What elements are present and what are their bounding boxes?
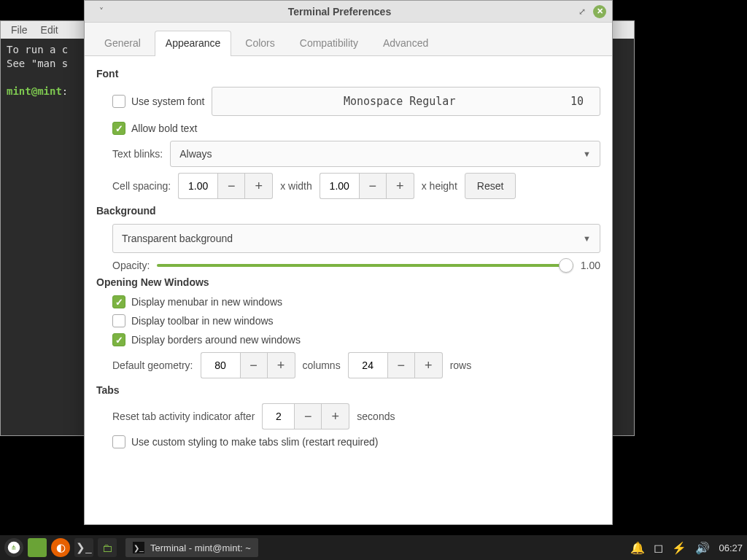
volume-icon[interactable]: 🔊 bbox=[695, 541, 710, 555]
x-height-label: x height bbox=[422, 180, 457, 192]
files-launcher-icon[interactable]: 🗀 bbox=[98, 538, 117, 557]
minus-icon[interactable]: − bbox=[294, 403, 322, 429]
section-tabs-heading: Tabs bbox=[96, 384, 600, 396]
section-background-heading: Background bbox=[96, 205, 600, 217]
cell-width-stepper[interactable]: − + bbox=[178, 173, 273, 199]
workspace-icon[interactable]: ◻ bbox=[654, 541, 663, 555]
preferences-dialog: ˅ Terminal Preferences ⤢ ✕ General Appea… bbox=[84, 0, 613, 525]
font-size: 10 bbox=[570, 95, 584, 108]
reset-activity-label-b: seconds bbox=[357, 411, 395, 422]
minus-icon[interactable]: − bbox=[359, 173, 387, 199]
chevron-down-icon[interactable]: ˅ bbox=[95, 5, 108, 18]
slim-tabs-checkbox[interactable]: Use custom styling to make tabs slim (re… bbox=[112, 435, 378, 448]
text-blinks-value: Always bbox=[179, 148, 212, 160]
menu-edit[interactable]: Edit bbox=[41, 24, 58, 36]
rows-label: rows bbox=[450, 359, 472, 371]
columns-label: columns bbox=[303, 359, 341, 371]
notifications-icon[interactable]: 🔔 bbox=[630, 541, 645, 555]
section-newwin-heading: Opening New Windows bbox=[96, 276, 600, 288]
chevron-down-icon: ▼ bbox=[583, 149, 591, 158]
start-menu-icon[interactable]: ⋔ bbox=[4, 538, 23, 557]
terminal-prompt-user: mint@mint bbox=[7, 85, 62, 97]
default-geometry-label: Default geometry: bbox=[112, 359, 193, 371]
tab-bar: General Appearance Colors Compatibility … bbox=[85, 23, 612, 56]
power-icon[interactable]: ⚡ bbox=[672, 541, 686, 555]
minus-icon[interactable]: − bbox=[240, 352, 268, 378]
slim-tabs-label: Use custom styling to make tabs slim (re… bbox=[131, 436, 378, 448]
use-system-font-label: Use system font bbox=[131, 96, 204, 107]
plus-icon[interactable]: + bbox=[322, 403, 349, 429]
show-desktop-icon[interactable] bbox=[28, 538, 47, 557]
tab-appearance[interactable]: Appearance bbox=[155, 31, 232, 56]
clock[interactable]: 06:27 bbox=[719, 542, 743, 553]
checkbox-icon bbox=[112, 314, 125, 327]
checkbox-icon bbox=[112, 333, 125, 346]
maximize-icon[interactable]: ⤢ bbox=[576, 5, 589, 18]
taskbar-task-title: Terminal - mint@mint: ~ bbox=[150, 542, 251, 553]
background-mode-value: Transparent background bbox=[122, 233, 233, 244]
plus-icon[interactable]: + bbox=[268, 352, 295, 378]
plus-icon[interactable]: + bbox=[245, 173, 273, 199]
plus-icon[interactable]: + bbox=[415, 352, 443, 378]
slider-thumb[interactable] bbox=[559, 258, 573, 273]
taskbar-tray: 🔔 ◻ ⚡ 🔊 06:27 bbox=[630, 541, 743, 555]
tab-colors[interactable]: Colors bbox=[234, 31, 285, 56]
display-menubar-label: Display menubar in new windows bbox=[131, 296, 282, 308]
taskbar-task-terminal[interactable]: ❯_ Terminal - mint@mint: ~ bbox=[125, 538, 258, 557]
taskbar: ⋔ ◐ ❯_ 🗀 ❯_ Terminal - mint@mint: ~ 🔔 ◻ … bbox=[0, 535, 747, 560]
reset-button[interactable]: Reset bbox=[465, 173, 516, 199]
close-icon[interactable]: ✕ bbox=[593, 5, 606, 18]
minus-icon[interactable]: − bbox=[387, 352, 415, 378]
checkbox-icon bbox=[112, 295, 125, 308]
minus-icon[interactable]: − bbox=[217, 173, 245, 199]
slider-track bbox=[157, 264, 573, 267]
firefox-icon[interactable]: ◐ bbox=[51, 538, 70, 557]
cell-height-stepper[interactable]: − + bbox=[320, 173, 414, 199]
rows-input[interactable] bbox=[348, 352, 387, 378]
allow-bold-label: Allow bold text bbox=[131, 122, 197, 134]
titlebar[interactable]: ˅ Terminal Preferences ⤢ ✕ bbox=[85, 1, 612, 23]
svg-text:⋔: ⋔ bbox=[11, 544, 17, 551]
tab-compatibility[interactable]: Compatibility bbox=[289, 31, 369, 56]
columns-stepper[interactable]: − + bbox=[201, 352, 295, 378]
opacity-value: 1.00 bbox=[581, 260, 600, 271]
checkbox-icon bbox=[112, 435, 125, 448]
terminal-line: See "man s bbox=[7, 58, 68, 69]
use-system-font-checkbox[interactable]: Use system font bbox=[112, 95, 204, 108]
tab-general[interactable]: General bbox=[93, 31, 152, 56]
terminal-prompt-tail: : bbox=[62, 85, 68, 97]
cell-height-input[interactable] bbox=[320, 173, 359, 199]
checkbox-icon bbox=[112, 95, 125, 108]
display-toolbar-label: Display toolbar in new windows bbox=[131, 315, 274, 327]
x-width-label: x width bbox=[280, 180, 312, 192]
rows-stepper[interactable]: − + bbox=[348, 352, 443, 378]
cell-width-input[interactable] bbox=[178, 173, 217, 199]
reset-activity-label-a: Reset tab activity indicator after bbox=[112, 411, 255, 422]
checkbox-icon bbox=[112, 122, 125, 135]
text-blinks-select[interactable]: Always ▼ bbox=[170, 141, 600, 167]
display-borders-label: Display borders around new windows bbox=[131, 334, 301, 346]
chevron-down-icon: ▼ bbox=[583, 234, 591, 243]
preferences-body: Font Use system font Monospace Regular 1… bbox=[85, 56, 612, 524]
reset-activity-input[interactable] bbox=[262, 403, 294, 429]
section-font-heading: Font bbox=[96, 68, 600, 79]
menu-file[interactable]: File bbox=[11, 24, 28, 36]
font-chooser-button[interactable]: Monospace Regular 10 bbox=[212, 87, 600, 116]
opacity-slider[interactable] bbox=[157, 259, 573, 272]
window-title: Terminal Preferences bbox=[108, 6, 571, 18]
font-name: Monospace Regular bbox=[228, 95, 570, 108]
cell-spacing-label: Cell spacing: bbox=[112, 180, 171, 192]
text-blinks-label: Text blinks: bbox=[112, 148, 163, 160]
allow-bold-checkbox[interactable]: Allow bold text bbox=[112, 122, 197, 135]
display-menubar-checkbox[interactable]: Display menubar in new windows bbox=[112, 295, 282, 308]
tab-advanced[interactable]: Advanced bbox=[372, 31, 439, 56]
plus-icon[interactable]: + bbox=[387, 173, 414, 199]
terminal-launcher-icon[interactable]: ❯_ bbox=[74, 538, 93, 557]
display-borders-checkbox[interactable]: Display borders around new windows bbox=[112, 333, 301, 346]
taskbar-left: ⋔ ◐ ❯_ 🗀 ❯_ Terminal - mint@mint: ~ bbox=[4, 538, 258, 557]
columns-input[interactable] bbox=[201, 352, 240, 378]
reset-activity-stepper[interactable]: − + bbox=[262, 403, 349, 429]
opacity-label: Opacity: bbox=[112, 260, 150, 271]
background-mode-select[interactable]: Transparent background ▼ bbox=[112, 224, 600, 253]
display-toolbar-checkbox[interactable]: Display toolbar in new windows bbox=[112, 314, 274, 327]
